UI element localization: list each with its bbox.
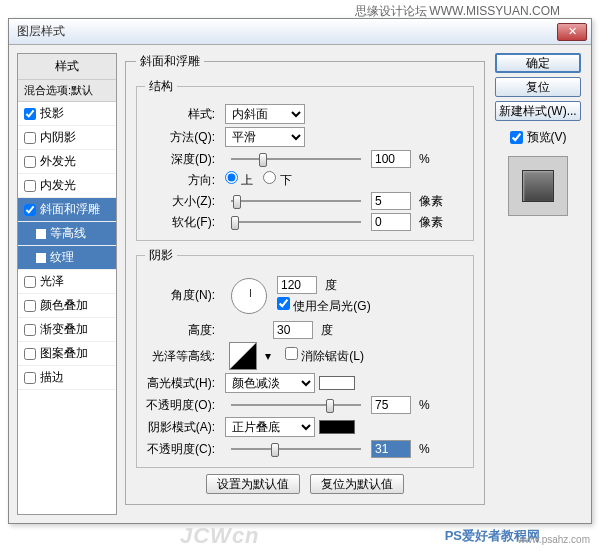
- angle-dial[interactable]: [231, 278, 267, 314]
- reset-default-button[interactable]: 复位为默认值: [310, 474, 404, 494]
- shadow-mode-label: 阴影模式(A):: [145, 419, 215, 436]
- antialias-check[interactable]: 消除锯齿(L): [285, 347, 364, 365]
- shadow-color[interactable]: [319, 420, 355, 434]
- site-name: 思缘设计论坛: [355, 4, 427, 18]
- checkbox[interactable]: [24, 180, 36, 192]
- technique-select[interactable]: 平滑: [225, 127, 305, 147]
- angle-input[interactable]: [277, 276, 317, 294]
- sidebar-item-gradientoverlay[interactable]: 渐变叠加: [18, 318, 116, 342]
- highlight-opacity-label: 不透明度(O):: [145, 397, 215, 414]
- highlight-mode-label: 高光模式(H):: [145, 375, 215, 392]
- layer-style-dialog: 图层样式 ✕ 样式 混合选项:默认 投影 内阴影 外发光 内发光 斜面和浮雕 等…: [8, 18, 592, 524]
- sidebar-item-contour[interactable]: 等高线: [18, 222, 116, 246]
- soften-label: 软化(F):: [145, 214, 215, 231]
- preview-box: [508, 156, 568, 216]
- sidebar-item-innershadow[interactable]: 内阴影: [18, 126, 116, 150]
- size-input[interactable]: [371, 192, 411, 210]
- sidebar-item-innerglow[interactable]: 内发光: [18, 174, 116, 198]
- contour-picker[interactable]: [229, 342, 257, 370]
- dir-up-radio[interactable]: 上: [225, 171, 253, 189]
- sidebar-item-satin[interactable]: 光泽: [18, 270, 116, 294]
- shading-fieldset: 阴影 角度(N):度 使用全局光(G) 高度:度 光泽等高线:▾ 消除锯齿(L)…: [136, 247, 474, 468]
- structure-fieldset: 结构 样式:内斜面 方法(Q):平滑 深度(D):% 方向: 上 下 大小(Z)…: [136, 78, 474, 241]
- close-button[interactable]: ✕: [557, 23, 587, 41]
- shadow-mode-select[interactable]: 正片叠底: [225, 417, 315, 437]
- checkbox[interactable]: [24, 348, 36, 360]
- dir-down-radio[interactable]: 下: [263, 171, 291, 189]
- checkbox[interactable]: [24, 156, 36, 168]
- styles-sidebar: 样式 混合选项:默认 投影 内阴影 外发光 内发光 斜面和浮雕 等高线 纹理 光…: [17, 53, 117, 515]
- checkbox[interactable]: [24, 372, 36, 384]
- main-legend: 斜面和浮雕: [136, 53, 204, 70]
- checkbox[interactable]: [24, 324, 36, 336]
- watermark: JCWcn: [180, 523, 260, 549]
- size-label: 大小(Z):: [145, 193, 215, 210]
- size-slider[interactable]: [231, 193, 361, 209]
- altitude-input[interactable]: [273, 321, 313, 339]
- highlight-opacity-slider[interactable]: [231, 397, 361, 413]
- technique-label: 方法(Q):: [145, 129, 215, 146]
- set-default-button[interactable]: 设置为默认值: [206, 474, 300, 494]
- depth-input[interactable]: [371, 150, 411, 168]
- soften-input[interactable]: [371, 213, 411, 231]
- highlight-color[interactable]: [319, 376, 355, 390]
- style-select[interactable]: 内斜面: [225, 104, 305, 124]
- contour-label: 光泽等高线:: [145, 348, 215, 365]
- sidebar-item-dropshadow[interactable]: 投影: [18, 102, 116, 126]
- highlight-opacity-input[interactable]: [371, 396, 411, 414]
- preview-swatch: [522, 170, 554, 202]
- blend-options-item[interactable]: 混合选项:默认: [18, 80, 116, 102]
- contour-dropdown-icon[interactable]: ▾: [265, 349, 271, 363]
- shadow-opacity-slider[interactable]: [231, 441, 361, 457]
- soften-slider[interactable]: [231, 214, 361, 230]
- bevel-fieldset: 斜面和浮雕 结构 样式:内斜面 方法(Q):平滑 深度(D):% 方向: 上 下…: [125, 53, 485, 505]
- sub-icon: [36, 253, 46, 263]
- sub-icon: [36, 229, 46, 239]
- checkbox[interactable]: [24, 276, 36, 288]
- direction-label: 方向:: [145, 172, 215, 189]
- depth-slider[interactable]: [231, 151, 361, 167]
- checkbox[interactable]: [24, 108, 36, 120]
- structure-legend: 结构: [145, 78, 177, 95]
- cancel-button[interactable]: 复位: [495, 77, 581, 97]
- dialog-title: 图层样式: [13, 23, 557, 40]
- sidebar-item-stroke[interactable]: 描边: [18, 366, 116, 390]
- shading-legend: 阴影: [145, 247, 177, 264]
- footer-url: www.psahz.com: [518, 534, 590, 545]
- sidebar-header[interactable]: 样式: [18, 54, 116, 80]
- site-url: WWW.MISSYUAN.COM: [429, 4, 560, 18]
- new-style-button[interactable]: 新建样式(W)...: [495, 101, 581, 121]
- sidebar-item-patternoverlay[interactable]: 图案叠加: [18, 342, 116, 366]
- checkbox[interactable]: [24, 132, 36, 144]
- checkbox[interactable]: [24, 204, 36, 216]
- sidebar-item-bevel[interactable]: 斜面和浮雕: [18, 198, 116, 222]
- sidebar-item-outerglow[interactable]: 外发光: [18, 150, 116, 174]
- main-panel: 斜面和浮雕 结构 样式:内斜面 方法(Q):平滑 深度(D):% 方向: 上 下…: [125, 53, 485, 515]
- shadow-opacity-input[interactable]: [371, 440, 411, 458]
- global-light-check[interactable]: 使用全局光(G): [277, 297, 371, 315]
- altitude-label: 高度:: [145, 322, 215, 339]
- sidebar-item-texture[interactable]: 纹理: [18, 246, 116, 270]
- checkbox[interactable]: [24, 300, 36, 312]
- angle-label: 角度(N):: [145, 287, 215, 304]
- preview-checkbox[interactable]: 预览(V): [510, 129, 567, 146]
- sidebar-item-coloroverlay[interactable]: 颜色叠加: [18, 294, 116, 318]
- shadow-opacity-label: 不透明度(C):: [145, 441, 215, 458]
- ok-button[interactable]: 确定: [495, 53, 581, 73]
- depth-label: 深度(D):: [145, 151, 215, 168]
- highlight-mode-select[interactable]: 颜色减淡: [225, 373, 315, 393]
- titlebar: 图层样式 ✕: [9, 19, 591, 45]
- right-panel: 确定 复位 新建样式(W)... 预览(V): [493, 53, 583, 515]
- style-label: 样式:: [145, 106, 215, 123]
